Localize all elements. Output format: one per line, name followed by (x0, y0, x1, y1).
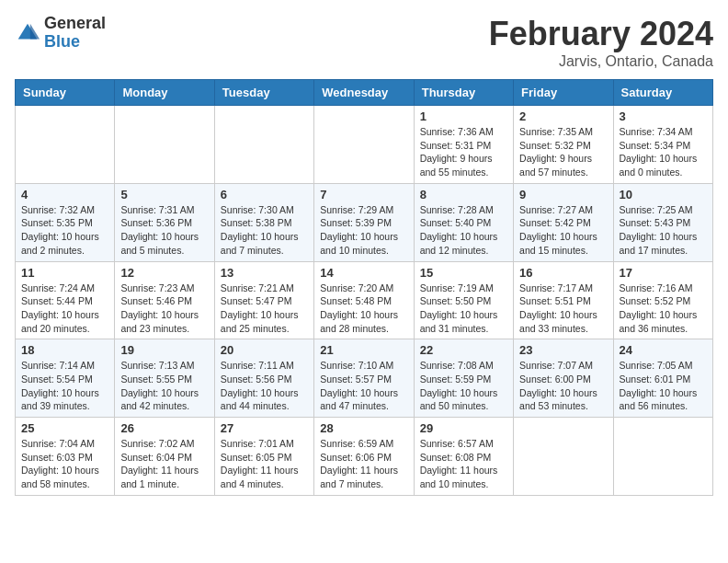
weekday-header-wednesday: Wednesday (314, 80, 414, 106)
calendar-week-1: 1Sunrise: 7:36 AM Sunset: 5:31 PM Daylig… (16, 106, 713, 184)
day-info: Sunrise: 7:11 AM Sunset: 5:56 PM Dayligh… (221, 359, 308, 413)
day-number: 18 (21, 343, 108, 357)
weekday-header-row: SundayMondayTuesdayWednesdayThursdayFrid… (16, 80, 713, 106)
title-area: February 2024 Jarvis, Ontario, Canada (489, 15, 713, 70)
day-info: Sunrise: 7:13 AM Sunset: 5:55 PM Dayligh… (120, 359, 208, 413)
calendar-cell (514, 418, 613, 496)
calendar-week-5: 25Sunrise: 7:04 AM Sunset: 6:03 PM Dayli… (16, 418, 713, 496)
day-number: 13 (221, 266, 308, 280)
month-title: February 2024 (489, 15, 713, 53)
day-info: Sunrise: 7:01 AM Sunset: 6:05 PM Dayligh… (221, 437, 308, 491)
day-number: 21 (320, 343, 407, 357)
calendar-cell (115, 106, 214, 184)
calendar-cell: 29Sunrise: 6:57 AM Sunset: 6:08 PM Dayli… (414, 418, 513, 496)
calendar-cell: 21Sunrise: 7:10 AM Sunset: 5:57 PM Dayli… (314, 339, 414, 418)
day-info: Sunrise: 7:30 AM Sunset: 5:38 PM Dayligh… (221, 203, 308, 258)
day-number: 1 (420, 109, 507, 123)
calendar-cell: 7Sunrise: 7:29 AM Sunset: 5:39 PM Daylig… (314, 183, 414, 261)
calendar-cell: 16Sunrise: 7:17 AM Sunset: 5:51 PM Dayli… (514, 261, 613, 339)
calendar-cell: 5Sunrise: 7:31 AM Sunset: 5:36 PM Daylig… (115, 183, 214, 261)
day-info: Sunrise: 7:32 AM Sunset: 5:35 PM Dayligh… (21, 203, 108, 258)
calendar-cell: 8Sunrise: 7:28 AM Sunset: 5:40 PM Daylig… (414, 183, 513, 261)
location-title: Jarvis, Ontario, Canada (489, 53, 713, 70)
calendar-cell: 25Sunrise: 7:04 AM Sunset: 6:03 PM Dayli… (16, 418, 115, 496)
day-number: 15 (420, 266, 507, 280)
calendar-cell: 15Sunrise: 7:19 AM Sunset: 5:50 PM Dayli… (414, 261, 513, 339)
day-number: 22 (420, 343, 507, 357)
day-number: 17 (620, 266, 707, 280)
day-info: Sunrise: 7:20 AM Sunset: 5:48 PM Dayligh… (320, 282, 407, 336)
day-number: 29 (420, 421, 507, 435)
calendar-cell: 11Sunrise: 7:24 AM Sunset: 5:44 PM Dayli… (16, 261, 115, 339)
day-info: Sunrise: 7:17 AM Sunset: 5:51 PM Dayligh… (519, 282, 607, 336)
day-number: 20 (221, 343, 308, 357)
day-number: 3 (620, 109, 707, 123)
calendar-cell: 17Sunrise: 7:16 AM Sunset: 5:52 PM Dayli… (613, 261, 712, 339)
weekday-header-friday: Friday (514, 80, 613, 106)
calendar-cell: 4Sunrise: 7:32 AM Sunset: 5:35 PM Daylig… (16, 183, 115, 261)
weekday-header-sunday: Sunday (16, 80, 115, 106)
day-number: 4 (21, 188, 108, 201)
calendar-cell (16, 106, 115, 184)
calendar-cell: 13Sunrise: 7:21 AM Sunset: 5:47 PM Dayli… (214, 261, 313, 339)
calendar-cell: 28Sunrise: 6:59 AM Sunset: 6:06 PM Dayli… (314, 418, 414, 496)
day-info: Sunrise: 7:28 AM Sunset: 5:40 PM Dayligh… (420, 203, 507, 258)
day-info: Sunrise: 7:35 AM Sunset: 5:32 PM Dayligh… (519, 125, 607, 179)
calendar-cell: 19Sunrise: 7:13 AM Sunset: 5:55 PM Dayli… (115, 339, 214, 418)
logo-general: General (44, 15, 106, 33)
day-number: 23 (519, 343, 607, 357)
day-number: 28 (320, 421, 407, 435)
day-info: Sunrise: 7:10 AM Sunset: 5:57 PM Dayligh… (320, 359, 407, 413)
logo: General Blue (15, 15, 106, 52)
day-number: 6 (221, 188, 308, 201)
day-info: Sunrise: 7:04 AM Sunset: 6:03 PM Dayligh… (21, 437, 108, 491)
weekday-header-tuesday: Tuesday (214, 80, 313, 106)
calendar-cell: 18Sunrise: 7:14 AM Sunset: 5:54 PM Dayli… (16, 339, 115, 418)
calendar-cell (613, 418, 712, 496)
calendar-week-2: 4Sunrise: 7:32 AM Sunset: 5:35 PM Daylig… (16, 183, 713, 261)
day-info: Sunrise: 7:29 AM Sunset: 5:39 PM Dayligh… (320, 203, 407, 258)
day-info: Sunrise: 7:21 AM Sunset: 5:47 PM Dayligh… (221, 282, 308, 336)
day-number: 2 (519, 109, 607, 123)
calendar-cell: 22Sunrise: 7:08 AM Sunset: 5:59 PM Dayli… (414, 339, 513, 418)
weekday-header-thursday: Thursday (414, 80, 513, 106)
day-info: Sunrise: 7:25 AM Sunset: 5:43 PM Dayligh… (620, 203, 707, 258)
day-number: 10 (620, 188, 707, 201)
page-header: General Blue February 2024 Jarvis, Ontar… (15, 15, 713, 70)
logo-icon (15, 20, 40, 46)
calendar-cell: 27Sunrise: 7:01 AM Sunset: 6:05 PM Dayli… (214, 418, 313, 496)
calendar-cell: 12Sunrise: 7:23 AM Sunset: 5:46 PM Dayli… (115, 261, 214, 339)
calendar-cell: 6Sunrise: 7:30 AM Sunset: 5:38 PM Daylig… (214, 183, 313, 261)
calendar-cell (314, 106, 414, 184)
day-number: 14 (320, 266, 407, 280)
calendar-week-4: 18Sunrise: 7:14 AM Sunset: 5:54 PM Dayli… (16, 339, 713, 418)
day-info: Sunrise: 6:57 AM Sunset: 6:08 PM Dayligh… (420, 437, 507, 491)
calendar-cell: 24Sunrise: 7:05 AM Sunset: 6:01 PM Dayli… (613, 339, 712, 418)
calendar-table: SundayMondayTuesdayWednesdayThursdayFrid… (15, 79, 713, 496)
day-info: Sunrise: 7:31 AM Sunset: 5:36 PM Dayligh… (120, 203, 208, 258)
day-number: 8 (420, 188, 507, 201)
day-info: Sunrise: 7:08 AM Sunset: 5:59 PM Dayligh… (420, 359, 507, 413)
day-number: 19 (120, 343, 208, 357)
day-info: Sunrise: 7:02 AM Sunset: 6:04 PM Dayligh… (120, 437, 208, 491)
logo-blue: Blue (44, 33, 106, 52)
calendar-cell: 23Sunrise: 7:07 AM Sunset: 6:00 PM Dayli… (514, 339, 613, 418)
calendar-cell: 9Sunrise: 7:27 AM Sunset: 5:42 PM Daylig… (514, 183, 613, 261)
calendar-cell: 3Sunrise: 7:34 AM Sunset: 5:34 PM Daylig… (613, 106, 712, 184)
day-info: Sunrise: 7:27 AM Sunset: 5:42 PM Dayligh… (519, 203, 607, 258)
logo-text: General Blue (44, 15, 106, 52)
day-info: Sunrise: 7:16 AM Sunset: 5:52 PM Dayligh… (620, 282, 707, 336)
weekday-header-saturday: Saturday (613, 80, 712, 106)
calendar-cell: 20Sunrise: 7:11 AM Sunset: 5:56 PM Dayli… (214, 339, 313, 418)
calendar-week-3: 11Sunrise: 7:24 AM Sunset: 5:44 PM Dayli… (16, 261, 713, 339)
day-number: 26 (120, 421, 208, 435)
calendar-cell: 1Sunrise: 7:36 AM Sunset: 5:31 PM Daylig… (414, 106, 513, 184)
calendar-cell (214, 106, 313, 184)
day-info: Sunrise: 7:23 AM Sunset: 5:46 PM Dayligh… (120, 282, 208, 336)
day-number: 9 (519, 188, 607, 201)
day-info: Sunrise: 7:05 AM Sunset: 6:01 PM Dayligh… (620, 359, 707, 413)
calendar-cell: 14Sunrise: 7:20 AM Sunset: 5:48 PM Dayli… (314, 261, 414, 339)
day-info: Sunrise: 7:34 AM Sunset: 5:34 PM Dayligh… (620, 125, 707, 179)
day-info: Sunrise: 7:07 AM Sunset: 6:00 PM Dayligh… (519, 359, 607, 413)
day-number: 27 (221, 421, 308, 435)
